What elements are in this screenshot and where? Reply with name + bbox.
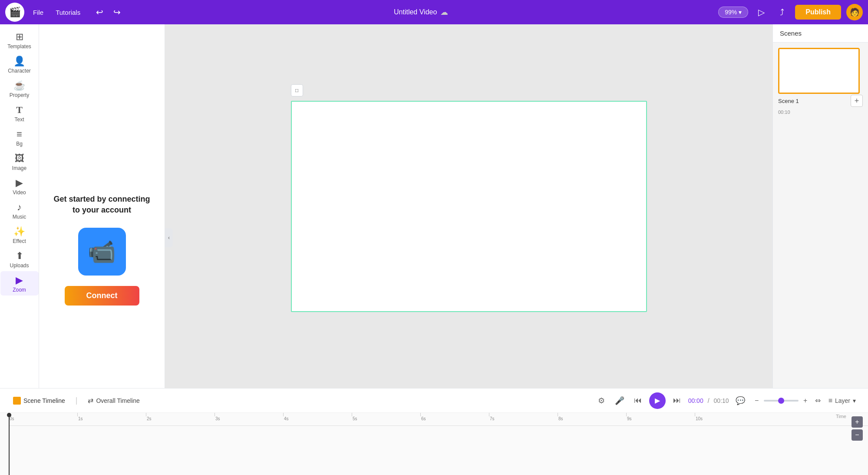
publish-button[interactable]: Publish <box>795 5 841 20</box>
scene-name: Scene 1 <box>778 98 799 104</box>
sidebar-item-character[interactable]: 👤 Character <box>0 52 39 76</box>
redo-button[interactable]: ↪ <box>110 5 124 19</box>
scene-info: Scene 1 + <box>778 94 863 108</box>
sidebar-item-label: Templates <box>7 43 31 50</box>
ruler-mark: 6s <box>420 413 489 421</box>
sidebar-item-templates[interactable]: ⊞ Templates <box>0 28 39 52</box>
layer-selector[interactable]: ≡ Layer ▾ <box>825 395 859 406</box>
tab-separator: | <box>76 396 78 405</box>
ruler-label: 8s <box>558 416 563 421</box>
zoom-level[interactable]: 99% ▾ <box>718 7 748 18</box>
captions-button[interactable]: 💬 <box>733 394 747 408</box>
zoom-slider[interactable] <box>764 400 799 402</box>
ruler-marks: 0s1s2s3s4s5s6s7s8s9s10s <box>9 413 868 426</box>
zoom-out-button[interactable]: − <box>752 395 762 406</box>
zoom-in-button[interactable]: + <box>800 395 811 406</box>
ruler-tick <box>283 413 284 416</box>
ruler-label: 6s <box>421 416 426 421</box>
music-icon: ♪ <box>17 203 22 212</box>
image-icon: 🖼 <box>15 154 24 163</box>
ruler-mark: 0s <box>9 413 77 421</box>
ruler-label: 4s <box>284 416 289 421</box>
scene-thumbnail[interactable] <box>778 48 860 94</box>
scene-list: Scene 1 + 00:10 <box>773 43 868 121</box>
ruler-mark: 7s <box>489 413 558 421</box>
scene-timeline-tab[interactable]: Scene Timeline <box>9 394 69 407</box>
chevron-left-icon: ‹ <box>168 235 170 241</box>
sidebar-item-label: Bg <box>16 141 23 147</box>
canvas-scene[interactable] <box>291 101 647 312</box>
timeline-ruler: 0s1s2s3s4s5s6s7s8s9s10s Time + − <box>0 413 868 475</box>
tutorials-menu[interactable]: Tutorials <box>52 7 84 18</box>
add-scene-button[interactable]: + <box>851 95 863 107</box>
overall-timeline-tab[interactable]: ⇄ Overall Timeline <box>83 394 144 407</box>
sidebar-item-label: Video <box>13 189 26 196</box>
ruler-label: 9s <box>627 416 632 421</box>
ruler-mark: 2s <box>146 413 215 421</box>
title-area: Untitled Video ☁ <box>129 7 713 17</box>
playhead[interactable] <box>9 413 10 475</box>
sidebar-item-zoom[interactable]: ▶ Zoom <box>0 271 39 296</box>
preview-button[interactable]: ▷ <box>753 4 769 20</box>
sidebar-item-property[interactable]: ☕ Property <box>0 76 39 101</box>
canvas-action-btn[interactable]: □ <box>291 84 303 96</box>
play-button[interactable]: ▶ <box>649 392 666 409</box>
connect-heading: Get started by connecting to your accoun… <box>52 194 152 216</box>
ruler-mark: 1s <box>77 413 146 421</box>
total-time: 00:10 <box>714 397 729 404</box>
scenes-panel: Scenes Scene 1 + 00:10 <box>772 24 868 388</box>
scenes-header: Scenes <box>773 24 868 43</box>
canvas-wrapper: □ <box>291 101 647 312</box>
ruler-label: 5s <box>353 416 357 421</box>
ruler-label: 10s <box>696 416 703 421</box>
collapse-panel-handle[interactable]: ‹ <box>165 228 173 247</box>
text-icon: T <box>16 105 23 115</box>
undo-button[interactable]: ↩ <box>92 5 106 19</box>
ruler-label: 0s <box>10 416 14 421</box>
ruler-tick <box>352 413 352 416</box>
zoom-thumb <box>778 398 784 404</box>
sidebar-item-label: Property <box>10 92 29 98</box>
add-track-button[interactable]: + <box>851 416 863 428</box>
skip-forward-button[interactable]: ⏭ <box>670 394 684 408</box>
ruler-mark: 4s <box>283 413 352 421</box>
time-separator: / <box>708 397 710 404</box>
file-menu[interactable]: File <box>30 7 47 18</box>
connect-button[interactable]: Connect <box>65 286 139 306</box>
sidebar-item-effect[interactable]: ✨ Effect <box>0 223 39 247</box>
avatar[interactable]: 🧑 <box>846 4 863 20</box>
canvas-area: □ <box>165 24 772 388</box>
sidebar-item-video[interactable]: ▶ Video <box>0 174 39 198</box>
canvas-toolbar: □ <box>291 84 303 96</box>
character-icon: 👤 <box>13 56 25 66</box>
ruler-tick <box>558 413 558 416</box>
ruler-label: 7s <box>490 416 495 421</box>
sidebar-item-uploads[interactable]: ⬆ Uploads <box>0 247 39 271</box>
scene-item: Scene 1 + 00:10 <box>778 48 863 116</box>
sidebar-item-label: Zoom <box>13 287 26 293</box>
scene-tab-color-icon <box>13 397 21 405</box>
layer-chevron-icon: ▾ <box>853 397 856 404</box>
cloud-save-icon: ☁ <box>440 7 448 17</box>
sidebar-item-bg[interactable]: ≡ Bg <box>0 125 39 149</box>
ruler-label: 2s <box>147 416 152 421</box>
sidebar-item-music[interactable]: ♪ Music <box>0 198 39 223</box>
zoom-app-logo: 📹 <box>78 228 126 276</box>
templates-icon: ⊞ <box>16 32 23 42</box>
ruler-label: 3s <box>215 416 220 421</box>
microphone-button[interactable]: 🎤 <box>613 394 627 408</box>
property-icon: ☕ <box>13 81 25 90</box>
ruler-tick <box>420 413 421 416</box>
sidebar-item-image[interactable]: 🖼 Image <box>0 149 39 174</box>
animation-settings-button[interactable]: ⚙ <box>594 394 608 408</box>
scene-time: 00:10 <box>778 108 863 116</box>
remove-track-button[interactable]: − <box>851 429 863 441</box>
sidebar-item-text[interactable]: T Text <box>0 101 39 125</box>
video-title: Untitled Video <box>394 8 437 16</box>
ruler-tick <box>695 413 695 416</box>
sidebar-item-label: Effect <box>13 238 26 244</box>
skip-back-button[interactable]: ⏮ <box>631 394 645 408</box>
app-logo[interactable]: 🎬 <box>5 3 24 22</box>
share-button[interactable]: ⤴ <box>774 4 790 20</box>
resize-icon[interactable]: ⇔ <box>815 396 821 405</box>
